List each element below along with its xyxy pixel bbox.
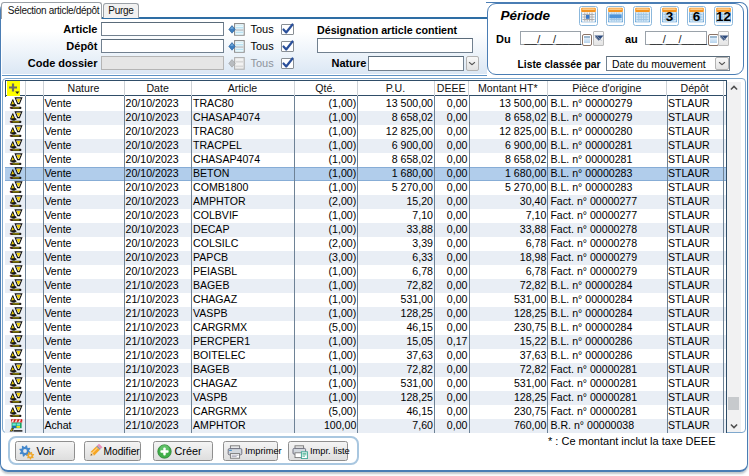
svg-text:12: 12 (715, 9, 730, 24)
svg-text:6: 6 (692, 9, 700, 24)
svg-text:3: 3 (665, 9, 673, 24)
